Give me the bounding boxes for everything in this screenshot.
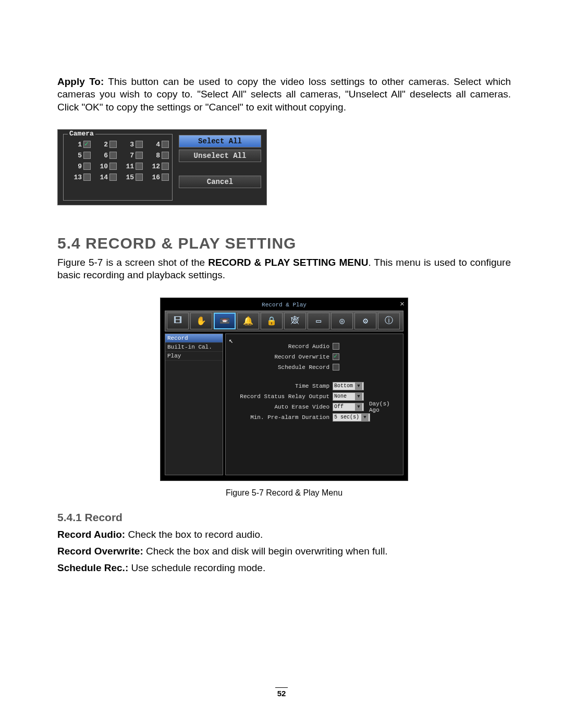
pre-alarm-label: Min. Pre-alarm Duration	[231, 414, 333, 421]
camera-checkbox-5[interactable]: 5	[67, 152, 91, 159]
toolbar: 🎞✋📼🔔🔒🕸▭◎⚙ⓘ	[165, 311, 403, 331]
auto-erase-suffix: Day(s) Ago	[369, 401, 398, 413]
info-icon[interactable]: ⓘ	[378, 313, 400, 329]
camera-legend: Camera	[68, 130, 95, 138]
status-relay-select[interactable]: None▼	[333, 392, 364, 401]
time-stamp-label: Time Stamp	[231, 383, 333, 389]
settings-pane: ↖ Record Audio Record Overwrite Schedule…	[225, 334, 403, 475]
disk-icon[interactable]: ◎	[331, 313, 353, 329]
apply-to-text: This button can be used to copy the vide…	[57, 76, 511, 113]
net-icon[interactable]: 🕸	[284, 313, 306, 329]
close-icon[interactable]: ×	[400, 300, 405, 309]
select-all-button[interactable]: Select All	[179, 135, 261, 147]
camera-checkbox-13[interactable]: 13	[67, 174, 91, 181]
side-item-play[interactable]: Play	[165, 352, 223, 361]
subsection-heading: 5.4.1 Record	[57, 511, 511, 524]
record-overwrite-item: Record Overwrite: Check the box and disk…	[57, 546, 511, 557]
apply-to-paragraph: Apply To: This button can be used to cop…	[57, 76, 511, 114]
record-audio-label: Record Audio	[231, 343, 333, 350]
status-relay-label: Record Status Relay Output	[231, 393, 333, 400]
cursor-icon: ↖	[229, 336, 233, 345]
schedule-record-label: Schedule Record	[231, 364, 333, 371]
chevron-down-icon: ▼	[361, 414, 369, 421]
camera-checkbox-10[interactable]: 10	[93, 163, 117, 170]
camera-checkbox-16[interactable]: 16	[145, 174, 169, 181]
bell-icon[interactable]: 🔔	[237, 313, 259, 329]
camera-checkbox-12[interactable]: 12	[145, 163, 169, 170]
pre-alarm-select[interactable]: 5 sec(s)▼	[333, 413, 370, 422]
chevron-down-icon: ▼	[355, 393, 362, 400]
window-title: Record & Play	[262, 302, 307, 308]
chevron-down-icon: ▼	[355, 403, 362, 411]
camera-panel: Camera 12345678910111213141516 Select Al…	[57, 129, 267, 205]
chevron-down-icon: ▼	[355, 382, 362, 390]
camera-checkbox-7[interactable]: 7	[119, 152, 143, 159]
lock-icon[interactable]: 🔒	[261, 313, 283, 329]
cam-icon[interactable]: 📼	[214, 313, 236, 329]
camera-checkbox-2[interactable]: 2	[93, 141, 117, 149]
unselect-all-button[interactable]: Unselect All	[179, 150, 261, 162]
auto-erase-select[interactable]: Off▼	[333, 403, 364, 411]
record-play-window: Record & Play × 🎞✋📼🔔🔒🕸▭◎⚙ⓘ RecordBuilt-i…	[160, 298, 408, 481]
camera-checkbox-3[interactable]: 3	[119, 141, 143, 149]
section-heading: 5.4 RECORD & PLAY SETTING	[57, 235, 511, 252]
gear-icon[interactable]: ⚙	[354, 313, 376, 329]
side-item-record[interactable]: Record	[165, 334, 223, 343]
side-menu: RecordBuilt-in Cal.Play	[165, 334, 223, 475]
section-paragraph: Figure 5-7 is a screen shot of the RECOR…	[57, 256, 511, 282]
record-audio-item: Record Audio: Check the box to record au…	[57, 529, 511, 540]
schedule-record-checkbox[interactable]	[333, 364, 339, 371]
hand-icon[interactable]: ✋	[190, 313, 212, 329]
time-stamp-select[interactable]: Bottom▼	[333, 382, 364, 390]
record-audio-checkbox[interactable]	[333, 343, 339, 350]
cancel-button[interactable]: Cancel	[179, 176, 261, 188]
disp-icon[interactable]: ▭	[308, 313, 329, 329]
page-number: 52	[0, 687, 563, 698]
camera-checkbox-8[interactable]: 8	[145, 152, 169, 159]
side-item-built-in-cal-[interactable]: Built-in Cal.	[165, 343, 223, 352]
camera-checkbox-1[interactable]: 1	[67, 141, 91, 149]
figure-caption: Figure 5-7 Record & Play Menu	[160, 488, 408, 498]
camera-checkbox-15[interactable]: 15	[119, 174, 143, 181]
schedule-rec-item: Schedule Rec.: Use schedule recording mo…	[57, 562, 511, 574]
record-overwrite-checkbox[interactable]	[333, 353, 339, 360]
camera-checkbox-11[interactable]: 11	[119, 163, 143, 170]
record-overwrite-label: Record Overwrite	[231, 354, 333, 360]
camera-checkbox-4[interactable]: 4	[145, 141, 169, 149]
auto-erase-label: Auto Erase Video	[231, 404, 333, 410]
apply-to-label: Apply To:	[57, 76, 104, 87]
camera-checkbox-14[interactable]: 14	[93, 174, 117, 181]
clip-icon[interactable]: 🎞	[167, 313, 189, 329]
camera-fieldset: Camera 12345678910111213141516	[63, 134, 173, 201]
camera-checkbox-6[interactable]: 6	[93, 152, 117, 159]
camera-checkbox-9[interactable]: 9	[67, 163, 91, 170]
